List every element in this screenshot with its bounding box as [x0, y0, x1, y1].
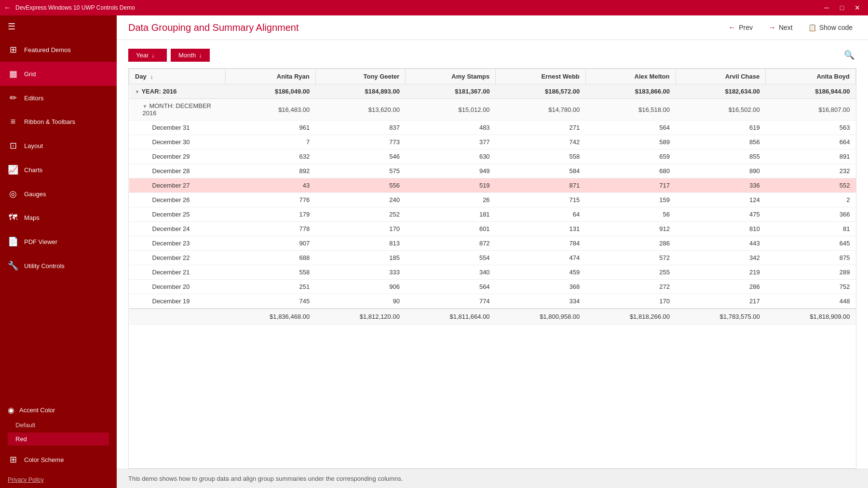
sidebar-item-grid[interactable]: ▦ Grid	[0, 62, 117, 86]
data-cell-3-2: 949	[406, 164, 496, 178]
accent-option-red[interactable]: Red	[8, 433, 109, 446]
table-row[interactable]: December 22688185554474572342875	[129, 251, 856, 265]
year-total-0: $186,049.00	[226, 84, 316, 99]
sidebar-label-featured-demos: Featured Demos	[24, 46, 71, 54]
sidebar-item-maps[interactable]: 🗺 Maps	[0, 206, 117, 230]
sidebar-label-color-scheme: Color Scheme	[24, 456, 64, 463]
charts-icon: 📈	[8, 164, 18, 175]
show-code-button[interactable]: 📋 Show code	[804, 22, 856, 33]
data-cell-8-5: 443	[676, 236, 766, 251]
sidebar-item-utility-controls[interactable]: 🔧 Utility Controls	[0, 254, 117, 278]
sidebar-item-editors[interactable]: ✏ Editors	[0, 86, 117, 110]
sidebar-item-charts[interactable]: 📈 Charts	[0, 158, 117, 182]
col-header-alex-melton[interactable]: Alex Melton	[585, 69, 676, 84]
year-total-5: $182,634.00	[676, 84, 766, 99]
data-cell-7-2: 601	[406, 222, 496, 236]
month-total-0: $16,483.00	[226, 99, 316, 121]
month-sort-icon: ↓	[199, 52, 202, 59]
year-total-3: $186,572.00	[496, 84, 586, 99]
col-header-amy-stamps[interactable]: Amy Stamps	[406, 69, 496, 84]
data-cell-12-5: 217	[676, 294, 766, 309]
data-cell-8-1: 813	[315, 236, 406, 251]
sidebar-label-layout: Layout	[24, 142, 43, 149]
data-cell-7-5: 810	[676, 222, 766, 236]
close-button[interactable]: ✕	[851, 1, 864, 14]
hamburger-menu[interactable]: ☰	[0, 15, 117, 38]
year-sort-icon: ↓	[151, 52, 155, 59]
back-button[interactable]: ←	[4, 3, 12, 12]
day-cell: December 21	[129, 265, 226, 280]
main-header: Data Grouping and Summary Alignment ← Pr…	[117, 15, 868, 40]
data-cell-9-2: 554	[406, 251, 496, 265]
table-row[interactable]: December 23907813872784286443645	[129, 236, 856, 251]
data-cell-8-4: 286	[585, 236, 676, 251]
col-header-anita-ryan[interactable]: Anita Ryan	[226, 69, 316, 84]
day-cell: December 19	[129, 294, 226, 309]
maximize-button[interactable]: □	[835, 1, 849, 14]
table-row[interactable]: December 20251906564368272286752	[129, 280, 856, 294]
data-cell-1-0: 7	[226, 135, 316, 149]
data-cell-12-2: 774	[406, 294, 496, 309]
summary-total-2: $1,811,664.00	[406, 309, 496, 325]
sidebar-label-charts: Charts	[24, 166, 42, 174]
data-cell-4-5: 336	[676, 178, 766, 193]
data-cell-10-6: 289	[766, 265, 856, 280]
table-row[interactable]: December 2477817060113191281081	[129, 222, 856, 236]
next-button[interactable]: → Next	[764, 21, 797, 34]
table-row[interactable]: December 26776240267151591242	[129, 193, 856, 207]
group-buttons-row: Year ↓ Month ↓ 🔍	[128, 48, 856, 62]
col-header-tony-geeter[interactable]: Tony Geeter	[315, 69, 406, 84]
month-group-row: ▼MONTH: DECEMBER 2016$16,483.00$13,620.0…	[129, 99, 856, 121]
table-row[interactable]: December 31961837483271564619563	[129, 121, 856, 135]
data-cell-0-4: 564	[585, 121, 676, 135]
sidebar-item-layout[interactable]: ⊡ Layout	[0, 134, 117, 158]
data-cell-6-1: 252	[315, 207, 406, 222]
sidebar-item-color-scheme[interactable]: ⊞ Color Scheme	[0, 447, 117, 472]
col-header-ernest-webb[interactable]: Ernest Webb	[496, 69, 586, 84]
data-cell-1-1: 773	[315, 135, 406, 149]
minimize-button[interactable]: ─	[820, 1, 833, 14]
ribbon-icon: ≡	[8, 117, 18, 127]
privacy-policy-link[interactable]: Privacy Policy	[0, 472, 117, 488]
data-cell-12-0: 745	[226, 294, 316, 309]
accent-option-default[interactable]: Default	[8, 419, 109, 432]
summary-total-0: $1,836,468.00	[226, 309, 316, 325]
data-table-container[interactable]: Day ↓ Anita Ryan Tony Geeter Amy Stamps …	[128, 68, 856, 469]
month-total-3: $14,780.00	[496, 99, 586, 121]
table-row[interactable]: December 2743556519871717336552	[129, 178, 856, 193]
data-cell-3-0: 892	[226, 164, 316, 178]
col-header-day[interactable]: Day ↓	[129, 69, 226, 84]
sidebar-item-featured-demos[interactable]: ⊞ Featured Demos	[0, 38, 117, 62]
table-row[interactable]: December 1974590774334170217448	[129, 294, 856, 309]
table-row[interactable]: December 251792521816456475366	[129, 207, 856, 222]
col-header-arvil-chase[interactable]: Arvil Chase	[676, 69, 766, 84]
data-cell-5-5: 124	[676, 193, 766, 207]
data-cell-12-3: 334	[496, 294, 586, 309]
table-row[interactable]: December 28892575949584680890232	[129, 164, 856, 178]
col-header-anita-boyd[interactable]: Anita Boyd	[766, 69, 856, 84]
prev-button[interactable]: ← Prev	[724, 21, 757, 34]
month-group-button[interactable]: Month ↓	[171, 49, 210, 62]
search-button[interactable]: 🔍	[842, 48, 856, 62]
main-content: Data Grouping and Summary Alignment ← Pr…	[117, 15, 868, 488]
sidebar-item-gauges[interactable]: ◎ Gauges	[0, 182, 117, 206]
data-cell-6-0: 179	[226, 207, 316, 222]
footer-text: This demo shows how to group data and al…	[128, 475, 403, 482]
header-actions: ← Prev → Next 📋 Show code	[724, 21, 856, 34]
year-group-button[interactable]: Year ↓	[128, 49, 167, 62]
sidebar-item-ribbon[interactable]: ≡ Ribbon & Toolbars	[0, 110, 117, 134]
month-total-2: $15,012.00	[406, 99, 496, 121]
sidebar-item-pdf-viewer[interactable]: 📄 PDF Viewer	[0, 230, 117, 254]
grid-icon: ▦	[8, 68, 18, 79]
table-row[interactable]: December 29632546630558659855891	[129, 149, 856, 164]
data-cell-12-1: 90	[315, 294, 406, 309]
content-area: Year ↓ Month ↓ 🔍 Day	[117, 40, 868, 469]
table-row[interactable]: December 21558333340459255219289	[129, 265, 856, 280]
data-cell-6-3: 64	[496, 207, 586, 222]
day-cell: December 29	[129, 149, 226, 164]
data-cell-6-2: 181	[406, 207, 496, 222]
data-cell-6-5: 475	[676, 207, 766, 222]
data-cell-11-4: 272	[585, 280, 676, 294]
data-cell-9-5: 342	[676, 251, 766, 265]
table-row[interactable]: December 307773377742589856664	[129, 135, 856, 149]
